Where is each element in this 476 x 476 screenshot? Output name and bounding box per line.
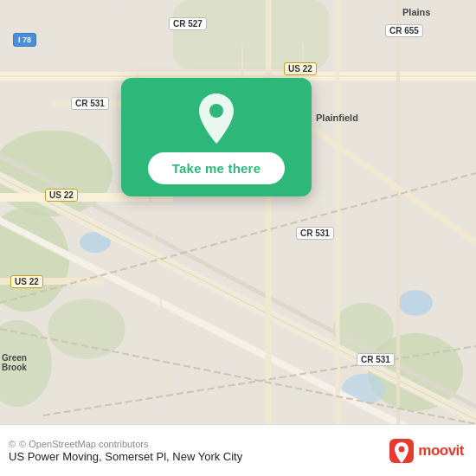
- moovit-text: moovit: [418, 442, 464, 460]
- road-label-cr531-mid: CR 531: [296, 227, 334, 240]
- osm-credit-text: © OpenStreetMap contributors: [19, 439, 148, 449]
- road-label-i78: I 78: [13, 33, 36, 47]
- location-title: US Power Moving, Somerset Pl, New York C…: [9, 450, 242, 463]
- svg-rect-7: [173, 0, 329, 69]
- road-label-cr527: CR 527: [169, 17, 207, 30]
- moovit-logo: moovit: [389, 439, 464, 463]
- bottom-bar: © © OpenStreetMap contributors US Power …: [0, 424, 476, 476]
- osm-credit: © © OpenStreetMap contributors: [9, 439, 242, 449]
- moovit-icon: [389, 439, 414, 463]
- place-label-green-brook: GreenBrook: [2, 353, 27, 372]
- place-label-plains: Plains: [402, 7, 430, 17]
- svg-point-32: [209, 104, 223, 118]
- road-label-cr655: CR 655: [385, 24, 423, 37]
- svg-point-34: [399, 446, 405, 452]
- road-label-us22-bottom: US 22: [10, 275, 43, 288]
- svg-point-6: [48, 299, 125, 359]
- bottom-info: © © OpenStreetMap contributors US Power …: [9, 439, 242, 463]
- map-background: [0, 0, 476, 424]
- road-label-us22-mid: US 22: [45, 189, 78, 202]
- road-label-cr531-bottom: CR 531: [357, 353, 395, 366]
- destination-card: Take me there: [121, 78, 312, 196]
- location-pin-icon: [195, 93, 238, 144]
- road-label-us22-top: US 22: [284, 62, 317, 75]
- road-label-cr531-left: CR 531: [71, 97, 109, 110]
- map-container: I 78 CR 527 CR 655 US 22 CR 531 US 22 CR…: [0, 0, 476, 424]
- svg-point-9: [398, 290, 433, 316]
- take-me-there-button[interactable]: Take me there: [148, 152, 285, 184]
- place-label-plainfield: Plainfield: [316, 113, 358, 123]
- copyright-symbol: ©: [9, 439, 16, 449]
